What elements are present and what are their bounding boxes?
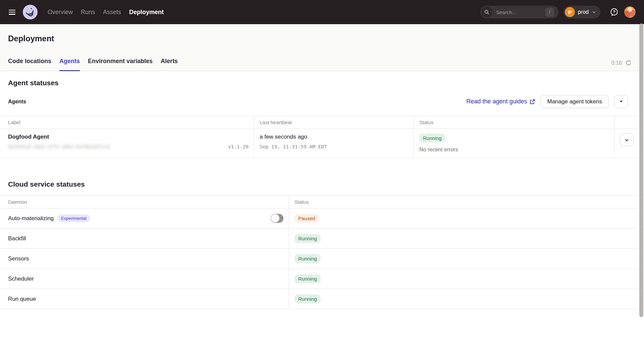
tab-alerts[interactable]: Alerts [161,58,178,71]
nav-item-assets[interactable]: Assets [103,9,121,16]
heartbeat-timestamp: Sep 19, 11:31:59 AM EDT [260,144,414,149]
search-input[interactable]: Search... / [480,6,559,18]
scrollbar-thumb[interactable] [639,23,643,317]
column-header-last-heartbeat: Last heartbeat [254,116,414,129]
daemon-status-cell: Running [289,289,644,309]
deployment-name: prod [578,9,589,15]
external-link-icon [530,99,535,104]
agent-expand-button[interactable] [620,134,634,146]
column-header-daemon: Daemon [0,196,289,208]
nav-item-overview[interactable]: Overview [48,9,73,16]
menu-icon[interactable] [9,10,15,15]
daemon-name: Sensors [8,255,29,262]
user-avatar[interactable] [624,6,636,18]
top-navigation-bar: OverviewRunsAssetsDeployment Search... /… [0,0,644,24]
agent-name: Dogfood Agent [8,134,249,140]
search-shortcut-key: / [545,8,554,17]
column-header-label: Label [0,116,254,129]
daemon-name: Scheduler [8,276,34,282]
agent-status-badge: Running [419,134,445,143]
agents-toolbar: Agents Read the agent guides Manage agen… [8,95,628,108]
search-placeholder: Search... [496,9,545,15]
daemon-name: Run queue [8,296,36,302]
deployment-switcher[interactable]: P prod [564,6,600,18]
daemon-status-cell: Running [289,249,644,269]
daemon-status-cell: Running [289,269,644,289]
page-title: Deployment [0,34,644,43]
chevron-down-icon [592,10,596,14]
agent-status-cell: Running No recent errors [414,129,614,158]
agent-id-redacted: 0a7b42c8-19e3-47f5-a9b2-93f0b2a57c1d [8,144,110,149]
tab-environment-variables[interactable]: Environment variables [88,58,153,71]
daemon-status-cell: Paused [289,208,644,229]
daemon-row-sensors: Sensors [0,249,289,269]
agent-guides-link[interactable]: Read the agent guides [466,98,535,105]
tab-bar: Code locationsAgentsEnvironment variable… [0,58,644,71]
deployment-avatar: P [565,7,575,17]
daemon-status-badge: Paused [294,214,319,223]
agent-label-cell: Dogfood Agent 0a7b42c8-19e3-47f5-a9b2-93… [0,129,254,158]
daemon-status-cell: Running [289,229,644,249]
agents-more-actions-button[interactable] [614,95,628,108]
agents-table: Label Last heartbeat Status Dogfood Agen… [0,116,644,158]
nav-item-runs[interactable]: Runs [81,9,95,16]
daemon-row-run-queue: Run queue [0,289,289,309]
caret-down-icon [620,101,623,102]
daemon-status-badge: Running [294,254,321,263]
daemon-row-scheduler: Scheduler [0,269,289,289]
chevron-down-icon [624,138,629,143]
daemon-status-badge: Running [294,234,321,243]
cloud-service-statuses-heading: Cloud service statuses [8,180,636,188]
daemon-row-auto-materializing: Auto-materializingExperimental [0,208,289,229]
refresh-countdown: 0:16 [611,60,622,66]
auto-materializing-toggle[interactable] [271,214,283,223]
search-icon [481,7,492,17]
tab-code-locations[interactable]: Code locations [8,58,51,71]
agent-heartbeat-cell: a few seconds ago Sep 19, 11:31:59 AM ED… [254,129,414,158]
agent-version: v1.1.20 [228,144,249,149]
daemon-status-badge: Running [294,294,321,303]
primary-nav: OverviewRunsAssetsDeployment [48,9,164,16]
daemon-name: Backfill [8,235,26,242]
agents-subheading: Agents [8,99,26,105]
svg-text:?: ? [613,10,615,14]
agent-status-note: No recent errors [419,147,614,153]
manage-agent-tokens-button[interactable]: Manage agent tokens [540,95,609,108]
column-header-status: Status [289,196,644,208]
column-header-status: Status [414,116,614,129]
daemon-name: Auto-materializing [8,215,54,222]
heartbeat-relative: a few seconds ago [260,134,414,140]
nav-item-deployment[interactable]: Deployment [129,9,164,16]
refresh-icon[interactable] [625,60,632,66]
daemon-status-badge: Running [294,274,321,283]
agent-statuses-heading: Agent statuses [8,79,636,87]
page-header: Deployment Code locationsAgentsEnvironme… [0,24,644,71]
tab-agents[interactable]: Agents [59,58,80,71]
experimental-badge: Experimental [58,214,90,222]
cloud-services-table: Daemon Status Auto-materializingExperime… [0,195,644,309]
help-icon[interactable]: ? [609,7,619,17]
dagster-logo[interactable] [23,5,38,19]
daemon-row-backfill: Backfill [0,229,289,249]
